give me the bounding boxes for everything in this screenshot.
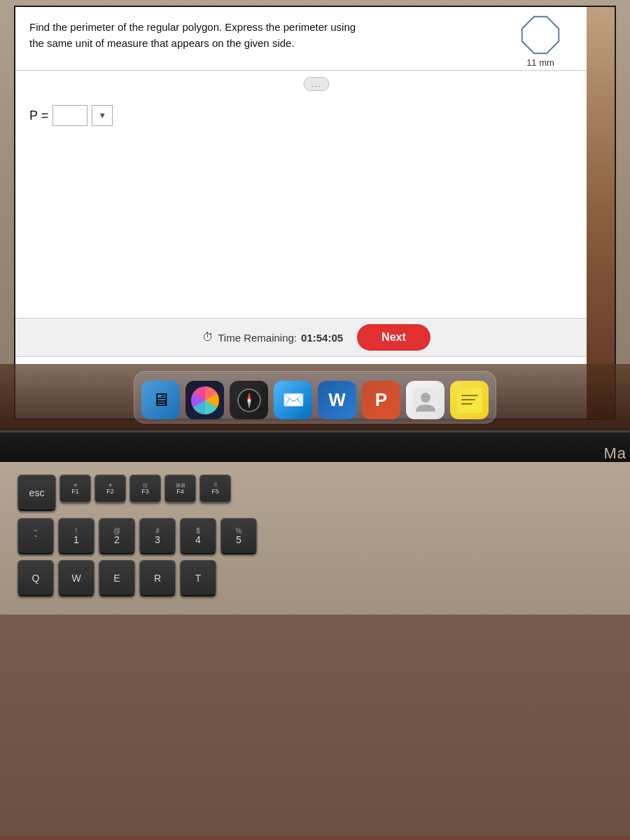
key-4[interactable]: $ 4: [180, 518, 216, 554]
question-line1: Find the perimeter of the regular polygo…: [29, 21, 356, 33]
svg-point-7: [421, 393, 430, 402]
mail-icon: ✉️: [282, 389, 304, 411]
polygon-label: 11 mm: [526, 57, 554, 68]
siri-icon: [191, 386, 219, 414]
key-tilde[interactable]: ~ `: [18, 518, 54, 554]
timer-container: ⏱ Time Remaining: 01:54:05: [202, 331, 343, 344]
question-text: Find the perimeter of the regular polygo…: [29, 20, 449, 51]
key-f2[interactable]: ☀ F2: [94, 475, 126, 503]
finder-icon: 🖥: [152, 389, 170, 411]
dropdown-arrow: ▼: [98, 111, 106, 120]
section-divider: [15, 70, 615, 71]
key-f5[interactable]: ⠿ F5: [200, 475, 231, 503]
perimeter-equation: P = ▼: [29, 105, 113, 126]
timer-label: Time Remaining:: [218, 332, 297, 344]
mac-label: Ma: [603, 444, 626, 463]
bottom-bar: ⏱ Time Remaining: 01:54:05 Next: [15, 318, 615, 356]
key-2[interactable]: @ 2: [99, 518, 135, 554]
timer-icon: ⏱: [202, 331, 214, 344]
dock-icon-mail[interactable]: ✉️: [274, 381, 312, 419]
key-w[interactable]: W: [58, 560, 94, 596]
key-e[interactable]: E: [99, 560, 135, 596]
word-icon: W: [328, 389, 346, 411]
dock-icon-siri[interactable]: [186, 381, 224, 419]
key-q[interactable]: Q: [18, 560, 54, 596]
svg-rect-9: [461, 395, 478, 396]
key-f1[interactable]: ☀ F1: [59, 475, 91, 503]
dock-icon-word[interactable]: W: [318, 381, 356, 419]
next-button[interactable]: Next: [357, 324, 430, 351]
key-f4[interactable]: ⊞⊞ F4: [164, 475, 196, 503]
qwerty-key-row: Q W E R T: [18, 560, 612, 596]
key-t[interactable]: T: [180, 560, 216, 596]
unit-dropdown[interactable]: ▼: [92, 105, 113, 126]
dock-icon-compass[interactable]: [230, 381, 268, 419]
key-3[interactable]: # 3: [139, 518, 176, 554]
svg-marker-0: [522, 17, 559, 54]
keyboard-body: esc ☀ F1 ☀ F2 ⊡ F3 ⊞⊞ F4 ⠿ F5: [0, 462, 630, 615]
powerpoint-icon: P: [375, 389, 387, 411]
key-esc[interactable]: esc: [18, 475, 56, 511]
key-f3[interactable]: ⊡ F3: [130, 475, 161, 503]
function-key-row: esc ☀ F1 ☀ F2 ⊡ F3 ⊞⊞ F4 ⠿ F5: [18, 475, 612, 511]
dock: 🖥 ✉️ W P: [134, 371, 496, 424]
svg-point-5: [248, 399, 251, 402]
key-5[interactable]: % 5: [220, 518, 257, 554]
dock-icon-contacts[interactable]: [406, 381, 444, 419]
content-area: Find the perimeter of the regular polygo…: [15, 7, 615, 357]
screen-content: Find the perimeter of the regular polygo…: [15, 7, 615, 419]
perimeter-input[interactable]: [52, 105, 88, 126]
dock-icon-notes[interactable]: [450, 381, 489, 419]
dock-icon-powerpoint[interactable]: P: [362, 381, 400, 419]
keyboard-top-strip: [0, 430, 630, 462]
question-line2: the same unit of measure that appears on…: [29, 37, 295, 49]
svg-rect-11: [461, 403, 472, 405]
timer-value: 01:54:05: [301, 332, 343, 344]
octagon-shape: [519, 14, 561, 56]
key-1[interactable]: ! 1: [58, 518, 94, 554]
dock-background: 🖥 ✉️ W P: [0, 364, 630, 430]
notes-icon: [457, 388, 482, 413]
p-label: P =: [29, 108, 48, 123]
screen-display: Find the perimeter of the regular polygo…: [14, 6, 616, 420]
svg-rect-10: [461, 399, 475, 400]
key-r[interactable]: R: [139, 560, 176, 596]
keyboard-area: esc ☀ F1 ☀ F2 ⊡ F3 ⊞⊞ F4 ⠿ F5: [0, 430, 630, 836]
compass-icon: [237, 388, 262, 413]
polygon-container: 11 mm: [519, 14, 561, 68]
contacts-icon: [413, 388, 438, 413]
dock-icon-finder[interactable]: 🖥: [141, 381, 180, 419]
right-background: [587, 7, 615, 419]
number-key-row: ~ ` ! 1 @ 2 # 3 $ 4 % 5: [18, 518, 612, 554]
ellipsis-button[interactable]: ...: [303, 77, 329, 91]
